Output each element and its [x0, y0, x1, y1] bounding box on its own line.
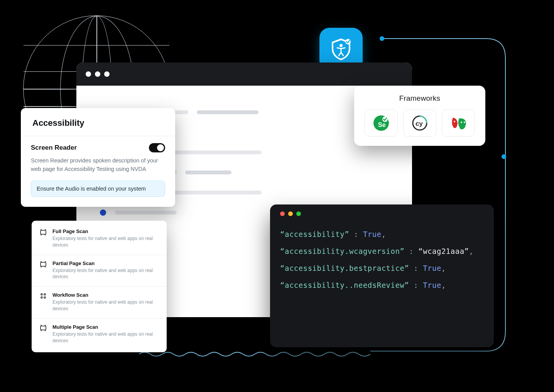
panel-title: Accessibility [21, 108, 175, 136]
scan-options-panel: Full Page ScanExploratory tests for nati… [32, 221, 167, 352]
playwright-icon [449, 115, 468, 131]
svg-point-14 [454, 121, 455, 122]
issue-text-placeholder [115, 211, 177, 215]
framework-selenium[interactable]: Se [365, 110, 398, 137]
selenium-icon: Se [373, 115, 390, 132]
issue-text-placeholder [185, 171, 231, 174]
frameworks-card: Frameworks Se cy [354, 86, 485, 146]
svg-rect-8 [41, 326, 46, 330]
minimize-dot [288, 211, 293, 216]
svg-point-4 [41, 294, 42, 295]
connector-dot [380, 36, 384, 41]
svg-point-0 [339, 44, 343, 47]
scan-description: Exploratory tests for native and web app… [52, 235, 159, 248]
svg-point-16 [464, 122, 465, 123]
scan-partial-icon [39, 260, 47, 268]
window-dot [104, 71, 110, 77]
issue-text-placeholder [197, 110, 258, 114]
svg-rect-2 [41, 230, 46, 234]
frameworks-title: Frameworks [363, 94, 476, 103]
scan-multiple-icon [39, 324, 47, 332]
shield-person-icon [329, 37, 353, 62]
screen-reader-label: Screen Reader [31, 144, 77, 152]
scan-option[interactable]: Full Page ScanExploratory tests for nati… [32, 223, 167, 255]
svg-rect-3 [41, 262, 46, 266]
scan-description: Exploratory tests for native and web app… [52, 267, 159, 280]
squiggle-line [139, 350, 370, 358]
screen-reader-description: Screen Reader provides spoken descriptio… [31, 156, 165, 174]
browser-titlebar [76, 63, 412, 86]
svg-point-7 [44, 297, 46, 298]
accessibility-panel: Accessibility Screen Reader Screen Reade… [21, 108, 175, 207]
code-line: “accessibility.bestpractice” : True, [280, 264, 484, 272]
code-line: “accessibility” : True, [280, 230, 484, 238]
svg-point-15 [461, 122, 462, 123]
connector-dot [502, 154, 506, 159]
framework-cypress[interactable]: cy [403, 110, 436, 137]
window-dot [86, 71, 91, 77]
scan-title: Partial Page Scan [52, 260, 159, 266]
scan-full-icon [39, 228, 47, 236]
terminal-titlebar [280, 211, 484, 216]
scan-title: Workflow Scan [52, 292, 159, 298]
code-terminal: “accessibility” : True,“accessibility.wc… [270, 204, 494, 347]
scan-description: Exploratory tests for native and web app… [52, 299, 159, 312]
audio-hint: Ensure the Audio is enabled on your syst… [31, 181, 165, 197]
svg-text:cy: cy [416, 120, 423, 127]
scan-option[interactable]: Partial Page ScanExploratory tests for n… [32, 255, 167, 287]
svg-text:Se: Se [378, 122, 386, 128]
window-dot [95, 71, 100, 77]
framework-playwright[interactable] [442, 110, 475, 137]
code-line: “accessibility.wcagversion” : “wcag21aaa… [280, 247, 484, 255]
scan-description: Exploratory tests for native and web app… [52, 331, 159, 344]
close-dot [280, 211, 285, 216]
scan-title: Full Page Scan [52, 228, 159, 234]
scan-workflow-icon [39, 292, 47, 300]
zoom-dot [296, 211, 301, 216]
svg-point-5 [44, 294, 46, 295]
scan-option[interactable]: Workflow ScanExploratory tests for nativ… [32, 287, 167, 319]
screen-reader-toggle[interactable] [149, 143, 165, 152]
moderate-icon [100, 209, 106, 216]
scan-option[interactable]: Multiple Page ScanExploratory tests for … [32, 319, 167, 350]
code-line: “accessibility..needsReview” : True, [280, 281, 484, 289]
scan-title: Multiple Page Scan [52, 324, 159, 330]
svg-point-6 [41, 297, 42, 298]
cypress-icon: cy [411, 115, 428, 132]
